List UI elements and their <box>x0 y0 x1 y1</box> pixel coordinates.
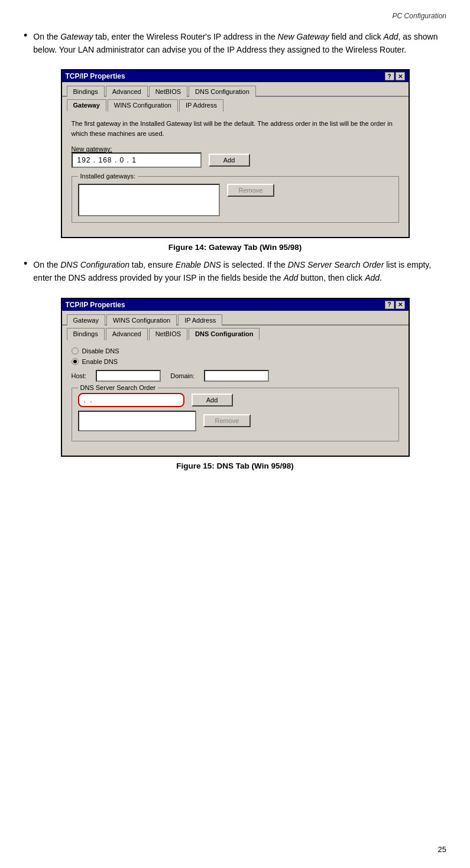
close-button-1[interactable]: ✕ <box>396 72 405 80</box>
remove-dns-button[interactable]: Remove <box>203 414 251 427</box>
tabs-row2-fig1: Gateway WINS Configuration IP Address <box>62 97 409 110</box>
remove-gateway-button[interactable]: Remove <box>227 184 275 197</box>
tab-ipaddress-2[interactable]: IP Address <box>178 314 222 326</box>
figure-15-container: TCP/IP Properties ? ✕ Gateway WINS Confi… <box>24 298 446 473</box>
disable-dns-label: Disable DNS <box>82 347 119 355</box>
tab-netbios-2[interactable]: NetBIOS <box>149 328 187 340</box>
dns-config-italic: DNS Configuration <box>60 260 129 269</box>
domain-input[interactable] <box>204 370 269 382</box>
new-gateway-label: New gateway: <box>72 145 399 152</box>
tab-bindings-1[interactable]: Bindings <box>67 86 105 97</box>
dialog-content-1: The first gateway in the Installed Gatew… <box>62 110 409 237</box>
installed-list[interactable] <box>78 184 220 216</box>
host-domain-row: Host: Domain: <box>72 370 399 382</box>
dns-ip-input[interactable]: . . <box>78 393 184 407</box>
tab-dns-config-1[interactable]: DNS Configuration <box>189 86 256 97</box>
tab-netbios-1[interactable]: NetBIOS <box>149 86 187 97</box>
page-number: 25 <box>438 845 446 854</box>
tab-bindings-2[interactable]: Bindings <box>67 328 105 340</box>
tab-gateway-2[interactable]: Gateway <box>67 314 105 326</box>
bullet-section-1: • On the Gateway tab, enter the Wireless… <box>24 31 446 56</box>
enable-dns-radio[interactable] <box>72 358 79 365</box>
disable-dns-row: Disable DNS <box>72 347 399 355</box>
tabs-row1-fig1: Bindings Advanced NetBIOS DNS Configurat… <box>62 82 409 97</box>
page-header: PC Configuration <box>24 12 446 20</box>
dns-search-order-italic: DNS Server Search Order <box>288 260 384 269</box>
bullet-text-2: On the DNS Configuration tab, ensure Ena… <box>33 259 446 284</box>
help-button-2[interactable]: ? <box>385 301 394 309</box>
bullet-point-2: • <box>24 258 27 270</box>
bullet-text-1: On the Gateway tab, enter the Wireless R… <box>33 31 446 56</box>
gateway-input[interactable]: 192 . 168 . 0 . 1 <box>72 152 202 168</box>
dialog-titlebar-2: TCP/IP Properties ? ✕ <box>62 299 409 311</box>
figure-14-caption: Figure 14: Gateway Tab (Win 95/98) <box>168 243 302 252</box>
dns-buttons-col: Add <box>192 394 233 407</box>
tab-gateway-1[interactable]: Gateway <box>67 99 106 112</box>
tab-advanced-1[interactable]: Advanced <box>106 86 148 97</box>
dns-input-row: . . Add <box>78 393 393 407</box>
tabs-row2-fig2: Bindings Advanced NetBIOS DNS Configurat… <box>62 326 409 339</box>
tab-wins-1[interactable]: WINS Configuration <box>108 99 178 112</box>
host-label: Host: <box>72 372 87 379</box>
titlebar-buttons-2: ? ✕ <box>385 301 405 309</box>
dns-remove-col: Remove <box>203 414 251 427</box>
tab-advanced-2[interactable]: Advanced <box>106 328 148 340</box>
close-button-2[interactable]: ✕ <box>396 301 405 309</box>
info-text-1: The first gateway in the Installed Gatew… <box>72 119 399 138</box>
add-dns-button[interactable]: Add <box>192 394 233 407</box>
add-italic-3: Add <box>365 273 380 282</box>
bullet-section-2: • On the DNS Configuration tab, ensure E… <box>24 259 446 284</box>
figure-15-dialog: TCP/IP Properties ? ✕ Gateway WINS Confi… <box>61 298 410 457</box>
dns-list[interactable] <box>78 411 196 431</box>
new-gateway-italic: New Gateway <box>278 32 329 41</box>
add-gateway-button[interactable]: Add <box>209 154 250 167</box>
tabs-row1-fig2: Gateway WINS Configuration IP Address <box>62 311 409 326</box>
figure-14-dialog: TCP/IP Properties ? ✕ Bindings Advanced … <box>61 69 410 238</box>
gateway-input-row: 192 . 168 . 0 . 1 Add <box>72 152 399 168</box>
figure-14-container: TCP/IP Properties ? ✕ Bindings Advanced … <box>24 69 446 254</box>
dns-group-label: DNS Server Search Order <box>78 384 158 391</box>
tab-ipaddress-1[interactable]: IP Address <box>179 99 223 112</box>
enable-dns-row: Enable DNS <box>72 358 399 365</box>
dns-list-row: Remove <box>78 411 393 431</box>
dialog-content-2: Disable DNS Enable DNS Host: Domain: DNS… <box>62 339 409 456</box>
gateway-italic: Gateway <box>60 32 93 41</box>
help-button-1[interactable]: ? <box>385 72 394 80</box>
add-italic-1: Add <box>384 32 398 41</box>
domain-label: Domain: <box>170 372 195 379</box>
figure-15-caption: Figure 15: DNS Tab (Win 95/98) <box>176 461 293 470</box>
dialog-title-2: TCP/IP Properties <box>66 301 125 309</box>
installed-row: Remove <box>78 184 393 216</box>
tab-wins-2[interactable]: WINS Configuration <box>106 314 177 326</box>
titlebar-buttons-1: ? ✕ <box>385 72 405 80</box>
installed-gateways-group: Installed gateways: Remove <box>72 176 399 223</box>
add-italic-2: Add <box>283 273 298 282</box>
dialog-title-1: TCP/IP Properties <box>66 72 125 80</box>
enable-dns-italic: Enable DNS <box>176 260 221 269</box>
host-input[interactable] <box>96 370 161 382</box>
disable-dns-radio[interactable] <box>72 347 79 355</box>
enable-dns-label: Enable DNS <box>82 358 118 365</box>
installed-gateways-label: Installed gateways: <box>78 173 138 180</box>
dialog-titlebar-1: TCP/IP Properties ? ✕ <box>62 70 409 82</box>
tab-dns-config-2[interactable]: DNS Configuration <box>189 328 260 340</box>
dns-search-order-group: DNS Server Search Order . . Add Remove <box>72 388 399 441</box>
bullet-point-1: • <box>24 30 27 42</box>
